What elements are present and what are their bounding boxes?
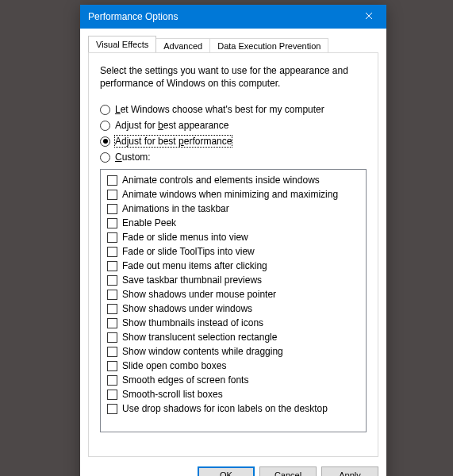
effect-checkbox[interactable] bbox=[107, 332, 117, 343]
effect-label: Fade or slide ToolTips into view bbox=[122, 245, 255, 258]
effect-option[interactable]: Show shadows under windows bbox=[102, 301, 364, 316]
cancel-button-label: Cancel bbox=[274, 470, 301, 477]
effect-label: Fade or slide menus into view bbox=[122, 231, 248, 244]
cancel-button[interactable]: Cancel bbox=[259, 466, 317, 476]
radio-let-windows[interactable]: Let Windows choose what's best for my co… bbox=[100, 104, 367, 115]
effect-label: Animations in the taskbar bbox=[122, 202, 229, 215]
apply-button[interactable]: Apply bbox=[321, 466, 378, 476]
effect-option[interactable]: Smooth-scroll list boxes bbox=[102, 387, 364, 401]
effect-option[interactable]: Use drop shadows for icon labels on the … bbox=[102, 401, 364, 416]
description-text: Select the settings you want to use for … bbox=[100, 64, 367, 90]
effect-checkbox[interactable] bbox=[107, 218, 117, 228]
effect-checkbox[interactable] bbox=[107, 261, 117, 271]
tab-data-execution-prevention[interactable]: Data Execution Prevention bbox=[209, 38, 328, 53]
radio-custom[interactable]: Custom: bbox=[100, 152, 367, 163]
radio-best-appearance[interactable]: Adjust for best appearance bbox=[100, 120, 367, 131]
effect-label: Slide open combo boxes bbox=[122, 359, 226, 372]
effect-option[interactable]: Fade or slide menus into view bbox=[102, 230, 364, 244]
effect-label: Show window contents while dragging bbox=[122, 345, 283, 358]
effect-checkbox[interactable] bbox=[107, 204, 117, 214]
effect-checkbox[interactable] bbox=[107, 361, 117, 371]
tab-advanced[interactable]: Advanced bbox=[155, 38, 210, 53]
radio-label-best-appearance: Adjust for best appearance bbox=[115, 120, 228, 131]
effect-label: Save taskbar thumbnail previews bbox=[122, 274, 262, 286]
effect-label: Show thumbnails instead of icons bbox=[122, 317, 263, 329]
effect-checkbox[interactable] bbox=[107, 318, 117, 328]
radio-input-let-windows[interactable] bbox=[100, 105, 110, 115]
effect-option[interactable]: Enable Peek bbox=[102, 216, 364, 230]
effect-checkbox[interactable] bbox=[107, 290, 117, 300]
tab-panel-visual-effects: Select the settings you want to use for … bbox=[88, 52, 378, 457]
effect-label: Fade out menu items after clicking bbox=[122, 259, 267, 272]
window-title: Performance Options bbox=[88, 11, 178, 22]
effect-option[interactable]: Fade out menu items after clicking bbox=[102, 259, 364, 273]
effect-label: Show translucent selection rectangle bbox=[122, 331, 277, 344]
apply-button-label: Apply bbox=[339, 470, 361, 477]
effect-option[interactable]: Animate controls and elements inside win… bbox=[102, 173, 364, 187]
close-icon bbox=[365, 11, 373, 22]
effect-label: Smooth edges of screen fonts bbox=[122, 374, 248, 386]
effect-label: Smooth-scroll list boxes bbox=[122, 388, 223, 401]
effect-checkbox[interactable] bbox=[107, 347, 117, 357]
effect-option[interactable]: Show shadows under mouse pointer bbox=[102, 287, 364, 301]
effect-checkbox[interactable] bbox=[107, 304, 117, 314]
effect-checkbox[interactable] bbox=[107, 232, 117, 243]
effect-option[interactable]: Show translucent selection rectangle bbox=[102, 330, 364, 344]
effect-option[interactable]: Animate windows when minimizing and maxi… bbox=[102, 187, 364, 202]
close-button[interactable] bbox=[351, 5, 386, 29]
effect-label: Show shadows under windows bbox=[122, 302, 252, 315]
effect-checkbox[interactable] bbox=[107, 404, 117, 414]
effect-option[interactable]: Animations in the taskbar bbox=[102, 202, 364, 216]
effect-checkbox[interactable] bbox=[107, 247, 117, 257]
effect-label: Animate windows when minimizing and maxi… bbox=[122, 188, 338, 201]
mode-radio-group: Let Windows choose what's best for my co… bbox=[100, 104, 367, 163]
radio-best-performance[interactable]: Adjust for best performance bbox=[100, 136, 367, 147]
ok-button-label: OK bbox=[220, 470, 232, 477]
effect-label: Animate controls and elements inside win… bbox=[122, 174, 320, 186]
effect-label: Use drop shadows for icon labels on the … bbox=[122, 402, 328, 415]
effect-option[interactable]: Show thumbnails instead of icons bbox=[102, 316, 364, 330]
effect-option[interactable]: Show window contents while dragging bbox=[102, 344, 364, 359]
ok-button[interactable]: OK bbox=[198, 466, 255, 476]
tab-visual-effects[interactable]: Visual Effects bbox=[88, 36, 156, 52]
radio-label-let-windows: Let Windows choose what's best for my co… bbox=[115, 104, 324, 115]
effect-label: Enable Peek bbox=[122, 217, 176, 229]
effect-checkbox[interactable] bbox=[107, 375, 117, 386]
effect-label: Show shadows under mouse pointer bbox=[122, 288, 276, 301]
effect-option[interactable]: Slide open combo boxes bbox=[102, 359, 364, 373]
effect-option[interactable]: Smooth edges of screen fonts bbox=[102, 373, 364, 387]
title-bar[interactable]: Performance Options bbox=[80, 5, 386, 29]
tab-strip: Visual EffectsAdvancedData Execution Pre… bbox=[88, 35, 378, 52]
effect-option[interactable]: Fade or slide ToolTips into view bbox=[102, 244, 364, 259]
effect-checkbox[interactable] bbox=[107, 275, 117, 286]
performance-options-dialog: Performance Options Visual EffectsAdvanc… bbox=[80, 5, 386, 476]
radio-input-custom[interactable] bbox=[100, 152, 110, 163]
effect-checkbox[interactable] bbox=[107, 190, 117, 200]
radio-label-custom: Custom: bbox=[115, 152, 151, 163]
effect-option[interactable]: Save taskbar thumbnail previews bbox=[102, 273, 364, 287]
radio-input-best-appearance[interactable] bbox=[100, 121, 110, 131]
effects-listbox[interactable]: Animate controls and elements inside win… bbox=[100, 169, 367, 432]
effect-checkbox[interactable] bbox=[107, 390, 117, 400]
radio-input-best-performance[interactable] bbox=[100, 136, 110, 147]
dialog-body: Visual EffectsAdvancedData Execution Pre… bbox=[80, 29, 386, 476]
dialog-buttons: OK Cancel Apply bbox=[88, 460, 378, 476]
effect-checkbox[interactable] bbox=[107, 175, 117, 186]
radio-label-best-performance: Adjust for best performance bbox=[115, 136, 232, 147]
